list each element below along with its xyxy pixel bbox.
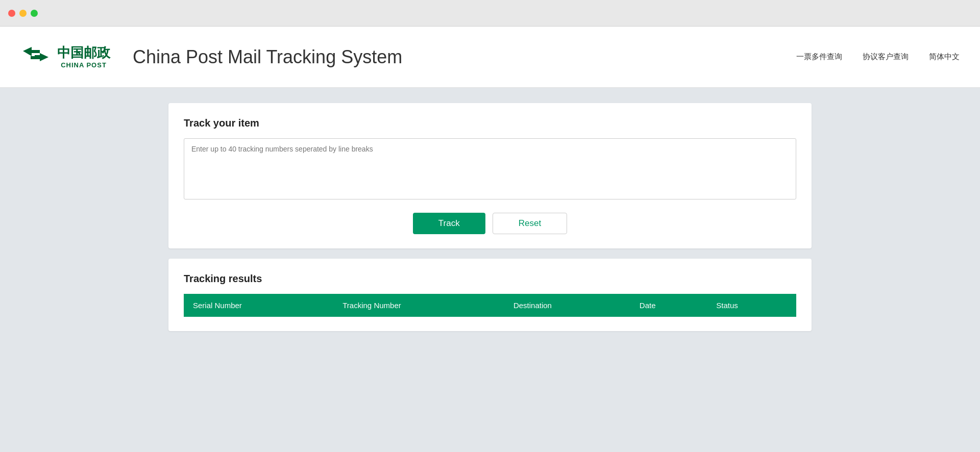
- logo-chinese: 中国邮政: [57, 45, 110, 61]
- titlebar: [0, 0, 980, 27]
- minimize-button[interactable]: [19, 10, 27, 17]
- results-table: Serial Number Tracking Number Destinatio…: [184, 294, 796, 317]
- table-header-row: Serial Number Tracking Number Destinatio…: [184, 294, 796, 317]
- logo-area: 中国邮政 CHINA POST: [20, 42, 110, 72]
- svg-rect-3: [31, 56, 36, 59]
- close-button[interactable]: [8, 10, 15, 17]
- button-row: Track Reset: [184, 213, 796, 234]
- nav-link-multi-ticket[interactable]: 一票多件查询: [796, 52, 842, 62]
- col-status: Status: [707, 294, 796, 317]
- nav-link-language[interactable]: 简体中文: [929, 52, 960, 62]
- results-title: Tracking results: [184, 273, 796, 285]
- main-content: Track your item Track Reset Tracking res…: [0, 88, 980, 452]
- reset-button[interactable]: Reset: [493, 213, 567, 234]
- logo-english: CHINA POST: [61, 61, 107, 69]
- track-button[interactable]: Track: [413, 213, 485, 234]
- svg-rect-4: [36, 50, 40, 53]
- results-card: Tracking results Serial Number Tracking …: [168, 259, 812, 331]
- china-post-logo-icon: [20, 42, 51, 72]
- fullscreen-button[interactable]: [31, 10, 38, 17]
- col-date: Date: [630, 294, 707, 317]
- col-destination: Destination: [504, 294, 630, 317]
- track-form-card: Track your item Track Reset: [168, 103, 812, 248]
- col-tracking-number: Tracking Number: [333, 294, 504, 317]
- col-serial-number: Serial Number: [184, 294, 333, 317]
- site-title: China Post Mail Tracking System: [122, 46, 402, 68]
- header: 中国邮政 CHINA POST China Post Mail Tracking…: [0, 27, 980, 88]
- nav-links: 一票多件查询 协议客户查询 简体中文: [796, 52, 960, 62]
- nav-link-protocol-customer[interactable]: 协议客户查询: [863, 52, 909, 62]
- tracking-number-input[interactable]: [184, 138, 796, 199]
- track-form-title: Track your item: [184, 117, 796, 129]
- logo-text: 中国邮政 CHINA POST: [57, 45, 110, 68]
